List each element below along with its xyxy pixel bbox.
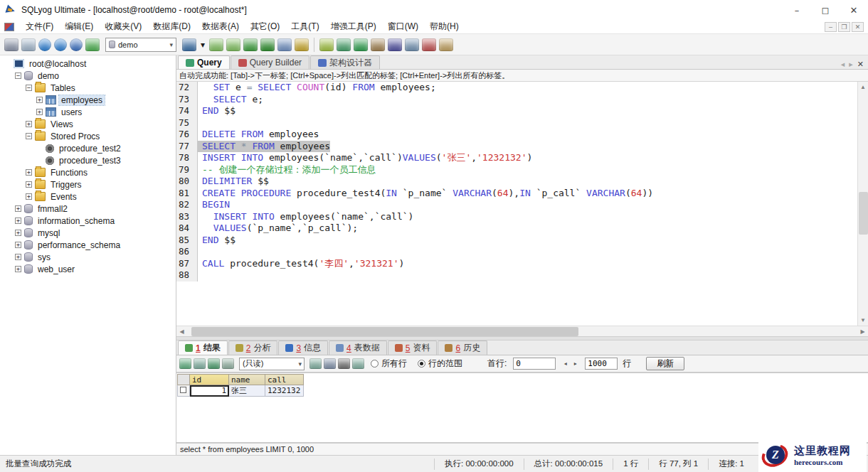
new-connection-icon[interactable]	[4, 38, 18, 51]
result-tab-5[interactable]: 5 资料	[388, 340, 438, 355]
result-tab-1[interactable]: 1 结果	[178, 340, 228, 355]
tree-expander-icon[interactable]: +	[36, 109, 43, 115]
mdi-minimize-button[interactable]: –	[825, 22, 837, 32]
maximize-button[interactable]: ◻	[811, 0, 840, 20]
compare-icon[interactable]	[439, 38, 453, 51]
chart-view-icon[interactable]	[324, 358, 336, 369]
export-data-icon[interactable]	[260, 38, 275, 51]
tree-expander-icon[interactable]: +	[26, 181, 32, 188]
column-header-name[interactable]: name	[229, 375, 265, 385]
grid-cell[interactable]: 1232132	[265, 385, 304, 397]
readonly-mode-selector[interactable]: (只读)▾	[239, 358, 305, 370]
tab-nav-prev-icon[interactable]: ◂	[841, 60, 845, 69]
minimize-button[interactable]: –	[783, 0, 811, 20]
save-row-icon[interactable]	[208, 358, 220, 369]
code-line[interactable]: 84 VALUES(`p_name`,`p_call`);	[176, 222, 857, 235]
trash-icon[interactable]	[338, 358, 350, 369]
vertical-scroll-thumb[interactable]	[859, 192, 868, 235]
delete-row-icon[interactable]	[194, 358, 206, 369]
web-update-icon[interactable]	[70, 38, 83, 51]
column-header-id[interactable]: id	[190, 375, 229, 385]
code-line[interactable]: 80DELIMITER $$	[176, 176, 857, 188]
code-line[interactable]: 81CREATE PROCEDURE procedure_test4(IN `p…	[176, 188, 857, 200]
user-manager-icon[interactable]	[182, 38, 196, 51]
row-limit-input[interactable]	[585, 358, 618, 370]
export-result-icon[interactable]	[309, 358, 322, 369]
tab-nav-next-icon[interactable]: ▸	[849, 60, 853, 69]
tree-expander-icon[interactable]: +	[15, 254, 21, 260]
code-line[interactable]: 76DELETE FROM employees	[176, 129, 857, 141]
result-tab-3[interactable]: 3 信息	[278, 340, 328, 355]
code-line[interactable]: 74END $$	[176, 105, 857, 117]
database-selector[interactable]: demo▾	[105, 38, 176, 52]
scroll-up-arrow-icon[interactable]: ▲	[858, 82, 868, 92]
tab-query-builder[interactable]: Query Builder	[231, 55, 309, 69]
menu-item[interactable]: 编辑(E)	[59, 19, 99, 34]
report-icon[interactable]	[405, 38, 419, 51]
code-line[interactable]: 78INSERT INTO employees(`name`,`call`)VA…	[176, 152, 857, 164]
copy-result-icon[interactable]	[352, 358, 364, 369]
sidebar-item-functions[interactable]: +Functions	[0, 166, 176, 178]
execute-all-icon[interactable]	[226, 38, 240, 51]
menu-item[interactable]: 文件(F)	[20, 19, 59, 34]
web-forum-icon[interactable]	[38, 38, 51, 51]
sidebar-item-procedure-test3[interactable]: procedure_test3	[0, 154, 176, 166]
web-faq-icon[interactable]	[54, 38, 67, 51]
sql-editor[interactable]: 72 SET e = SELECT COUNT(id) FROM employe…	[176, 82, 857, 326]
table-wizard-icon[interactable]	[295, 38, 309, 51]
row-checkbox[interactable]	[180, 387, 186, 393]
code-line[interactable]: 75	[176, 117, 857, 129]
pager-next-icon[interactable]: ▸	[571, 358, 580, 369]
sidebar-item-sys[interactable]: +sys	[0, 251, 176, 263]
migration-icon[interactable]	[371, 38, 385, 51]
code-line[interactable]: 88	[176, 269, 857, 281]
sidebar-item-employees[interactable]: +employees	[0, 94, 176, 106]
sidebar-item-tables[interactable]: −Tables	[0, 82, 176, 94]
tree-expander-icon[interactable]: −	[26, 85, 32, 91]
code-line[interactable]: 73 SELECT e;	[176, 94, 857, 106]
column-header-call[interactable]: call	[265, 375, 304, 385]
row-selector-cell[interactable]	[178, 385, 190, 397]
menu-item[interactable]: 收藏夹(V)	[99, 19, 147, 34]
sidebar-item-procedure-test2[interactable]: procedure_test2	[0, 142, 176, 154]
sidebar-item-views[interactable]: +Views	[0, 118, 176, 130]
sidebar-item-fmmall2[interactable]: +fmmall2	[0, 203, 176, 215]
result-tab-6[interactable]: 6 历史	[438, 340, 487, 355]
scroll-left-arrow-icon[interactable]: ◀	[176, 326, 187, 337]
sidebar-item-mysql[interactable]: +mysql	[0, 227, 176, 239]
editor-vertical-scrollbar[interactable]: ▲ ▼	[857, 82, 868, 326]
revert-row-icon[interactable]	[222, 358, 234, 369]
code-line[interactable]: 83 INSERT INTO employees(`name`,`call`)	[176, 211, 857, 223]
tree-expander-icon[interactable]: −	[26, 133, 32, 139]
tab-架构设计器[interactable]: 架构设计器	[310, 55, 380, 69]
arrows-sync-icon[interactable]	[354, 38, 368, 51]
code-line[interactable]: 86	[176, 246, 857, 258]
disconnect-icon[interactable]	[21, 38, 36, 51]
scroll-right-arrow-icon[interactable]: ▶	[857, 326, 868, 337]
sidebar-item-information-schema[interactable]: +information_schema	[0, 215, 176, 227]
code-line[interactable]: 87CALL procedure_test4('李四','321321')	[176, 258, 857, 270]
result-tab-4[interactable]: 4 表数据	[329, 340, 387, 355]
sidebar-item-events[interactable]: +Events	[0, 191, 176, 203]
menu-item[interactable]: 工具(T)	[285, 19, 324, 34]
code-line[interactable]: 72 SET e = SELECT COUNT(id) FROM employe…	[176, 82, 857, 94]
close-button[interactable]: ✕	[840, 0, 868, 20]
mdi-document-icon[interactable]	[4, 23, 14, 31]
add-row-icon[interactable]	[179, 358, 191, 369]
backup-icon[interactable]	[388, 38, 402, 51]
tree-expander-icon[interactable]: −	[15, 73, 21, 79]
menu-item[interactable]: 数据库(D)	[147, 19, 196, 34]
refresh-button[interactable]: 刷新	[646, 357, 684, 370]
sidebar-item-users[interactable]: +users	[0, 106, 176, 118]
code-line[interactable]: 79-- 创建一个存储过程：添加一个员工信息	[176, 164, 857, 176]
tree-expander-icon[interactable]: +	[15, 266, 21, 272]
horizontal-scroll-thumb[interactable]	[191, 327, 578, 336]
sidebar-item-performance-schema[interactable]: +performance_schema	[0, 239, 176, 251]
import-file-icon[interactable]	[243, 38, 258, 51]
code-line[interactable]: 82BEGIN	[176, 199, 857, 211]
tree-expander-icon[interactable]: +	[15, 242, 21, 248]
tree-expander-icon[interactable]: +	[15, 218, 21, 224]
menu-item[interactable]: 增强工具(P)	[325, 19, 382, 34]
tree-expander-icon[interactable]: +	[36, 97, 43, 103]
sidebar-item-root-localhost[interactable]: root@localhost	[0, 58, 176, 70]
